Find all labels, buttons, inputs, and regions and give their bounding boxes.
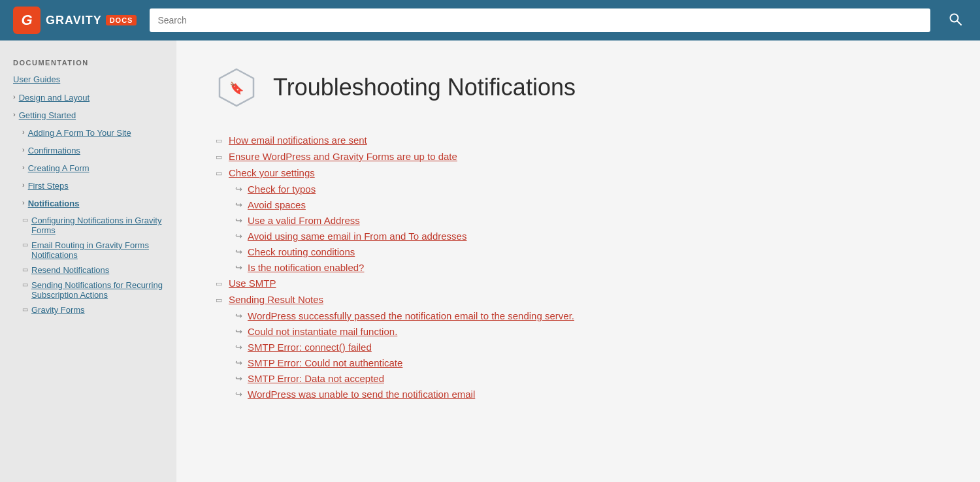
page-icon: ▭ bbox=[22, 266, 28, 273]
sidebar-section-label: DOCUMENTATION bbox=[13, 59, 163, 67]
sidebar-subitem-configuring: ▭ Configuring Notifications in Gravity F… bbox=[13, 213, 163, 238]
sidebar-section-creating-form: › Creating A Form bbox=[13, 160, 163, 176]
sub-arrow-icon: ↪ bbox=[235, 389, 242, 399]
page-icon: ▭ bbox=[216, 137, 222, 145]
sidebar-item-email-routing[interactable]: Email Routing in Gravity Forms Notificat… bbox=[31, 239, 163, 261]
toc-link-smtp-connect[interactable]: SMTP Error: connect() failed bbox=[248, 342, 372, 353]
toc-subitem-from-address: ↪ Use a valid From Address bbox=[216, 215, 941, 226]
sidebar-subitem-sending-notifications: ▭ Sending Notifications for Recurring Su… bbox=[13, 278, 163, 302]
page-icon: ▭ bbox=[216, 296, 222, 304]
sidebar-item-sending-notifications[interactable]: Sending Notifications for Recurring Subs… bbox=[31, 279, 163, 301]
chevron-icon: › bbox=[22, 199, 25, 206]
chevron-icon: › bbox=[22, 128, 25, 136]
svg-text:🔖: 🔖 bbox=[229, 81, 244, 95]
toc-item-how-email: ▭ How email notifications are sent bbox=[216, 135, 941, 146]
sidebar-subitem-resend: ▭ Resend Notifications bbox=[13, 263, 163, 278]
svg-line-1 bbox=[958, 21, 962, 25]
page-header-icon: 🔖 bbox=[216, 67, 257, 108]
toc-link-typos[interactable]: Check for typos bbox=[248, 184, 316, 195]
sidebar-section-getting-started: › Getting Started bbox=[13, 107, 163, 123]
page-icon: ▭ bbox=[22, 306, 28, 313]
toc-item-ensure-wp: ▭ Ensure WordPress and Gravity Forms are… bbox=[216, 151, 941, 162]
svg-point-0 bbox=[951, 14, 958, 22]
sub-arrow-icon: ↪ bbox=[235, 247, 242, 257]
toc-subitem-same-email: ↪ Avoid using same email in From and To … bbox=[216, 231, 941, 242]
sidebar-item-gravity-forms[interactable]: Gravity Forms bbox=[31, 304, 85, 316]
toc-link-from-address[interactable]: Use a valid From Address bbox=[248, 215, 360, 226]
page-icon: ▭ bbox=[22, 241, 28, 248]
sub-arrow-icon: ↪ bbox=[235, 374, 242, 383]
chevron-icon: › bbox=[22, 163, 25, 171]
sidebar-section-notifications: › Notifications bbox=[13, 195, 163, 212]
toc-subitem-spaces: ↪ Avoid spaces bbox=[216, 199, 941, 210]
chevron-icon: › bbox=[13, 93, 16, 101]
toc-link-wp-success[interactable]: WordPress successfully passed the notifi… bbox=[248, 310, 574, 321]
sidebar-section-first-steps: › First Steps bbox=[13, 178, 163, 194]
sidebar-item-creating-form[interactable]: Creating A Form bbox=[28, 162, 90, 174]
sidebar-user-guides[interactable]: User Guides bbox=[13, 73, 163, 86]
sub-arrow-icon: ↪ bbox=[235, 231, 242, 241]
toc-link-mail-function[interactable]: Could not instantiate mail function. bbox=[248, 326, 397, 337]
chevron-icon: › bbox=[13, 110, 16, 118]
toc-item-sending-result: ▭ Sending Result Notes ↪ WordPress succe… bbox=[216, 294, 941, 400]
sidebar-subitem-gravity-forms: ▭ Gravity Forms bbox=[13, 302, 163, 317]
sub-arrow-icon: ↪ bbox=[235, 342, 242, 352]
toc-subitem-smtp-auth: ↪ SMTP Error: Could not authenticate bbox=[216, 357, 941, 368]
sub-arrow-icon: ↪ bbox=[235, 184, 242, 194]
logo-link[interactable]: G GRAVITY DOCS bbox=[13, 7, 137, 34]
sidebar-item-adding-form[interactable]: Adding A Form To Your Site bbox=[28, 127, 131, 139]
toc-item-smtp: ▭ Use SMTP bbox=[216, 278, 941, 289]
sidebar-item-getting-started[interactable]: Getting Started bbox=[19, 109, 76, 121]
toc-link-sending-result[interactable]: Sending Result Notes bbox=[229, 294, 323, 305]
sidebar: DOCUMENTATION User Guides › Design and L… bbox=[0, 40, 176, 482]
toc-link-ensure-wp[interactable]: Ensure WordPress and Gravity Forms are u… bbox=[229, 151, 457, 162]
chevron-icon: › bbox=[22, 181, 25, 189]
toc-subitem-enabled: ↪ Is the notification enabled? bbox=[216, 262, 941, 273]
page-title: Troubleshooting Notifications bbox=[273, 74, 576, 101]
toc-link-wp-unable[interactable]: WordPress was unable to send the notific… bbox=[248, 389, 475, 400]
sub-arrow-icon: ↪ bbox=[235, 216, 242, 225]
toc-link-check-settings[interactable]: Check your settings bbox=[229, 167, 315, 178]
page-icon: ▭ bbox=[216, 280, 222, 288]
sidebar-item-design-layout[interactable]: Design and Layout bbox=[19, 91, 90, 104]
page-icon: ▭ bbox=[216, 169, 222, 178]
sidebar-item-confirmations[interactable]: Confirmations bbox=[28, 144, 80, 157]
sub-arrow-icon: ↪ bbox=[235, 327, 242, 336]
toc-subitem-wp-success: ↪ WordPress successfully passed the noti… bbox=[216, 310, 941, 321]
toc-subitem-routing: ↪ Check routing conditions bbox=[216, 246, 941, 257]
page-icon: ▭ bbox=[216, 153, 222, 161]
toc-link-spaces[interactable]: Avoid spaces bbox=[248, 199, 306, 210]
toc-subitem-mail-function: ↪ Could not instantiate mail function. bbox=[216, 326, 941, 337]
toc-subitem-smtp-connect: ↪ SMTP Error: connect() failed bbox=[216, 342, 941, 353]
site-header: G GRAVITY DOCS bbox=[0, 0, 980, 40]
sub-arrow-icon: ↪ bbox=[235, 358, 242, 368]
sidebar-section-adding-form: › Adding A Form To Your Site bbox=[13, 125, 163, 141]
sidebar-subitem-email-routing: ▭ Email Routing in Gravity Forms Notific… bbox=[13, 238, 163, 263]
sidebar-section-confirmations: › Confirmations bbox=[13, 142, 163, 159]
sidebar-section-design: › Design and Layout bbox=[13, 89, 163, 106]
main-content: 🔖 Troubleshooting Notifications ▭ How em… bbox=[176, 40, 980, 482]
sidebar-item-resend-notifications[interactable]: Resend Notifications bbox=[31, 264, 109, 276]
toc-link-same-email[interactable]: Avoid using same email in From and To ad… bbox=[248, 231, 466, 242]
sidebar-item-notifications[interactable]: Notifications bbox=[28, 197, 80, 210]
chevron-icon: › bbox=[22, 146, 25, 153]
toc-item-check-settings: ▭ Check your settings ↪ Check for typos … bbox=[216, 167, 941, 273]
page-icon: ▭ bbox=[22, 216, 28, 223]
search-button[interactable] bbox=[943, 10, 967, 31]
toc-link-enabled[interactable]: Is the notification enabled? bbox=[248, 262, 364, 273]
toc-link-how-email[interactable]: How email notifications are sent bbox=[229, 135, 367, 146]
page-layout: DOCUMENTATION User Guides › Design and L… bbox=[0, 40, 980, 482]
toc-subitem-typos: ↪ Check for typos bbox=[216, 184, 941, 195]
toc-link-smtp-data[interactable]: SMTP Error: Data not accepted bbox=[248, 373, 384, 384]
table-of-contents: ▭ How email notifications are sent ▭ Ens… bbox=[216, 135, 941, 400]
page-icon: ▭ bbox=[22, 281, 28, 288]
toc-link-routing[interactable]: Check routing conditions bbox=[248, 246, 355, 257]
toc-link-smtp[interactable]: Use SMTP bbox=[229, 278, 276, 289]
sidebar-item-configuring-notifications[interactable]: Configuring Notifications in Gravity For… bbox=[31, 214, 163, 236]
toc-link-smtp-auth[interactable]: SMTP Error: Could not authenticate bbox=[248, 357, 402, 368]
sidebar-item-first-steps[interactable]: First Steps bbox=[28, 180, 69, 192]
page-header: 🔖 Troubleshooting Notifications bbox=[216, 67, 941, 108]
search-input[interactable] bbox=[150, 8, 930, 32]
logo-docs-badge: DOCS bbox=[106, 15, 137, 25]
logo-gravity-text: GRAVITY bbox=[46, 14, 102, 27]
